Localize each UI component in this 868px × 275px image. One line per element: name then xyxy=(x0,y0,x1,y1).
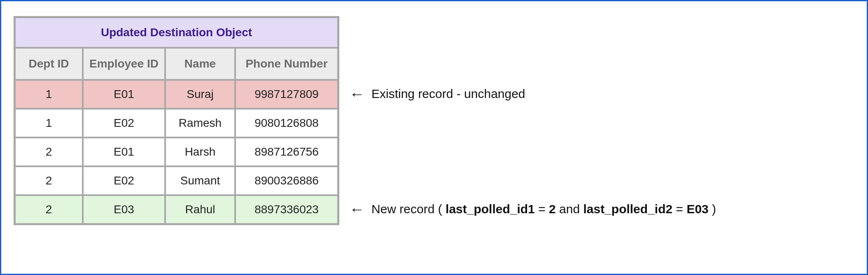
annotation-text: New record ( last_polled_id1 = 2 and las… xyxy=(371,202,716,216)
cell-dept: 2 xyxy=(15,138,83,166)
col-header-emp: Employee ID xyxy=(83,48,165,80)
cell-dept: 1 xyxy=(15,109,83,138)
cell-name: Rahul xyxy=(165,195,235,224)
cell-phone: 8987126756 xyxy=(235,138,338,166)
diagram-frame: Updated Destination Object Dept ID Emplo… xyxy=(0,0,868,275)
annot-eq1: = xyxy=(535,202,549,216)
table-title: Updated Destination Object xyxy=(15,17,338,48)
destination-table-wrap: Updated Destination Object Dept ID Emplo… xyxy=(14,16,339,225)
annot-val1: 2 xyxy=(549,202,556,216)
table-row: 1 E02 Ramesh 9080126808 xyxy=(15,109,338,138)
annot-key2: last_polled_id2 xyxy=(583,202,672,216)
table-row: 2 E03 Rahul 8897336023 xyxy=(15,195,338,224)
annot-key1: last_polled_id1 xyxy=(446,202,535,216)
cell-name: Ramesh xyxy=(165,109,235,138)
cell-phone: 9987127809 xyxy=(235,80,338,109)
cell-dept: 1 xyxy=(15,80,83,109)
arrow-left-icon: ← xyxy=(349,87,364,101)
annotation-existing: ← Existing record - unchanged xyxy=(350,87,525,101)
cell-dept: 2 xyxy=(15,166,83,195)
destination-table: Updated Destination Object Dept ID Emplo… xyxy=(14,16,339,225)
annot-val2: E03 xyxy=(686,202,708,216)
cell-phone: 9080126808 xyxy=(235,109,338,138)
annot-mid: and xyxy=(556,202,583,216)
annot-prefix: New record ( xyxy=(371,202,446,216)
cell-name: Suraj xyxy=(165,80,235,109)
cell-emp: E01 xyxy=(83,138,165,166)
col-header-name: Name xyxy=(165,48,235,80)
annot-suffix: ) xyxy=(709,202,716,216)
annotation-text: Existing record - unchanged xyxy=(371,87,525,101)
cell-dept: 2 xyxy=(15,195,83,224)
cell-emp: E03 xyxy=(83,195,165,224)
cell-phone: 8900326886 xyxy=(235,166,338,195)
cell-emp: E02 xyxy=(83,166,165,195)
cell-emp: E01 xyxy=(83,80,165,109)
col-header-phone: Phone Number xyxy=(235,48,338,80)
cell-emp: E02 xyxy=(83,109,165,138)
arrow-left-icon: ← xyxy=(349,202,364,216)
col-header-dept: Dept ID xyxy=(15,48,83,80)
cell-name: Harsh xyxy=(165,138,235,166)
table-row: 2 E02 Sumant 8900326886 xyxy=(15,166,338,195)
table-row: 1 E01 Suraj 9987127809 xyxy=(15,80,338,109)
cell-name: Sumant xyxy=(165,166,235,195)
cell-phone: 8897336023 xyxy=(235,195,338,224)
annot-eq2: = xyxy=(672,202,686,216)
table-row: 2 E01 Harsh 8987126756 xyxy=(15,138,338,166)
annotation-new: ← New record ( last_polled_id1 = 2 and l… xyxy=(350,202,716,216)
